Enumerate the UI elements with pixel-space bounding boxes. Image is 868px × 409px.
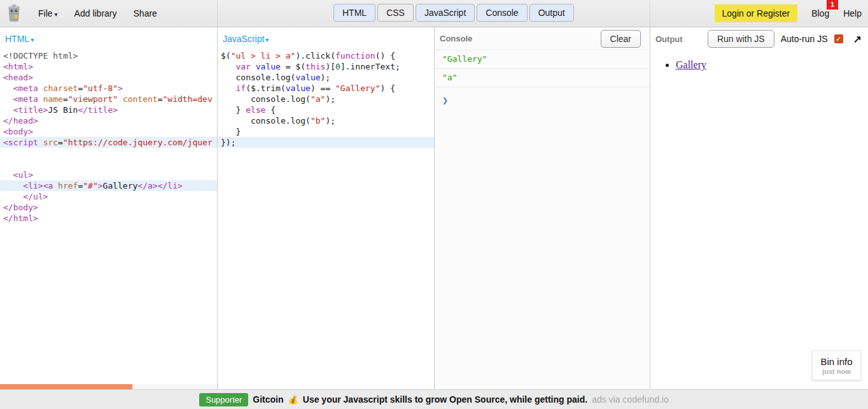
- code-token: <html>: [3, 62, 33, 71]
- code-line[interactable]: [0, 148, 217, 159]
- code-line[interactable]: [0, 159, 217, 169]
- code-line[interactable]: <title>JS Bin</title>: [0, 104, 217, 115]
- code-token: "Gallery": [335, 83, 380, 93]
- bin-info-box[interactable]: Bin info just now: [812, 350, 861, 380]
- code-token: [38, 83, 43, 93]
- code-token: name: [43, 94, 63, 104]
- code-token: [221, 62, 235, 71]
- code-token: <!DOCTYPE html>: [3, 51, 78, 61]
- autorun-js-label[interactable]: Auto-run JS: [781, 34, 828, 44]
- code-token: "utf-8": [83, 83, 118, 93]
- supporter-badge[interactable]: Supporter: [199, 393, 248, 406]
- code-line[interactable]: </ul>: [0, 191, 217, 202]
- add-library-button[interactable]: Add library: [74, 8, 117, 18]
- help-link[interactable]: Help: [843, 8, 862, 18]
- console-panel-header: Console Clear: [435, 27, 650, 50]
- open-in-new-window-icon[interactable]: ↗: [853, 33, 862, 45]
- code-token: ).click(: [295, 51, 335, 61]
- code-token: src: [43, 138, 58, 147]
- output-preview: Gallery: [650, 59, 868, 71]
- code-token: );: [321, 73, 331, 82]
- html-panel: HTML▾ <!DOCTYPE html><html><head> <meta …: [0, 27, 217, 389]
- tab-javascript[interactable]: JavaScript: [416, 4, 475, 22]
- code-token: );: [325, 94, 335, 104]
- code-token: <li>: [23, 181, 43, 190]
- javascript-panel: JavaScript▾ $("ul > li > a").click(funct…: [218, 27, 434, 389]
- code-token: console.log(: [221, 73, 295, 82]
- code-token: =: [58, 138, 63, 147]
- code-token: value: [256, 62, 281, 71]
- code-line[interactable]: <html>: [0, 61, 217, 72]
- console-log-entry: "Gallery": [435, 50, 650, 69]
- ads-via-link[interactable]: ads via codefund.io: [592, 394, 669, 405]
- code-token: [3, 83, 13, 93]
- code-token: });: [221, 138, 235, 147]
- code-token: <script: [3, 138, 38, 147]
- code-line[interactable]: });: [218, 137, 434, 148]
- code-line[interactable]: console.log("b");: [218, 115, 434, 126]
- console-prompt-input[interactable]: ❯: [435, 87, 650, 114]
- tab-css[interactable]: CSS: [377, 4, 414, 22]
- code-line[interactable]: <meta charset="utf-8">: [0, 83, 217, 94]
- code-token: <a: [43, 181, 53, 190]
- javascript-panel-header: JavaScript▾: [218, 27, 434, 50]
- console-panel-label: Console: [440, 34, 472, 43]
- blog-link[interactable]: Blog 1: [811, 8, 829, 18]
- code-token: [3, 170, 13, 180]
- file-menu[interactable]: File▾: [38, 8, 58, 18]
- code-line[interactable]: <!DOCTYPE html>: [0, 50, 217, 61]
- code-line[interactable]: <ul>: [0, 169, 217, 180]
- code-token: )[: [325, 62, 335, 71]
- code-line[interactable]: console.log(value);: [218, 72, 434, 83]
- clear-console-button[interactable]: Clear: [601, 30, 641, 48]
- code-token: this: [305, 62, 325, 71]
- autorun-js-checkbox[interactable]: ✓: [834, 34, 843, 43]
- code-line[interactable]: } else {: [218, 104, 434, 115]
- sponsor-message-link[interactable]: Use your Javascript skills to grow Open …: [303, 394, 587, 405]
- code-line[interactable]: </html>: [0, 213, 217, 224]
- run-with-js-button[interactable]: Run with JS: [708, 30, 774, 48]
- code-line[interactable]: $("ul > li > a").click(function() {: [218, 50, 434, 61]
- code-line[interactable]: <head>: [0, 72, 217, 83]
- tab-output[interactable]: Output: [529, 4, 574, 22]
- money-bag-icon: 💰: [288, 395, 298, 405]
- javascript-code-editor[interactable]: $("ul > li > a").click(function() { var …: [218, 50, 434, 148]
- hscrollbar-thumb[interactable]: [0, 384, 132, 389]
- code-token: charset: [43, 83, 78, 93]
- code-token: </li>: [158, 181, 183, 190]
- html-panel-header: HTML▾: [0, 27, 217, 50]
- output-panel-header: Output Run with JS Auto-run JS ✓ ↗: [650, 27, 868, 50]
- console-log-list: "Gallery""a": [435, 50, 650, 87]
- code-token: <body>: [3, 127, 33, 136]
- code-line[interactable]: if($.trim(value) == "Gallery") {: [218, 83, 434, 94]
- tab-console[interactable]: Console: [477, 4, 527, 22]
- jsbin-logo-icon[interactable]: [6, 4, 22, 23]
- tab-html[interactable]: HTML: [333, 4, 375, 22]
- javascript-panel-menu[interactable]: JavaScript▾: [223, 34, 269, 44]
- code-token: </body>: [3, 203, 38, 212]
- code-line[interactable]: </head>: [0, 115, 217, 126]
- code-token: "#": [83, 181, 97, 190]
- code-token: [53, 181, 58, 190]
- toolbar-divider: [217, 0, 218, 27]
- code-line[interactable]: var value = $(this)[0].innerText;: [218, 61, 434, 72]
- sponsor-name-link[interactable]: Gitcoin: [253, 394, 283, 405]
- code-line[interactable]: }: [218, 126, 434, 137]
- sponsor-footer: Supporter Gitcoin 💰 Use your Javascript …: [0, 389, 868, 409]
- toolbar-divider: [650, 0, 650, 27]
- code-line[interactable]: <body>: [0, 126, 217, 137]
- html-code-editor[interactable]: <!DOCTYPE html><html><head> <meta charse…: [0, 50, 217, 224]
- code-line[interactable]: <li><a href="#">Gallery</a></li>: [0, 180, 217, 191]
- code-token: JS Bin: [48, 105, 78, 115]
- blog-label: Blog: [811, 8, 829, 18]
- code-token: {: [265, 105, 276, 115]
- code-line[interactable]: </body>: [0, 202, 217, 213]
- share-button[interactable]: Share: [134, 8, 157, 18]
- code-line[interactable]: <meta name="viewport" content="width=dev: [0, 94, 217, 104]
- code-token: [3, 94, 13, 104]
- login-register-button[interactable]: Login or Register: [715, 4, 798, 22]
- code-line[interactable]: console.log("a");: [218, 94, 434, 104]
- gallery-link[interactable]: Gallery: [676, 59, 706, 70]
- code-line[interactable]: <script src="https://code.jquery.com/jqu…: [0, 137, 217, 148]
- html-panel-menu[interactable]: HTML▾: [5, 34, 34, 44]
